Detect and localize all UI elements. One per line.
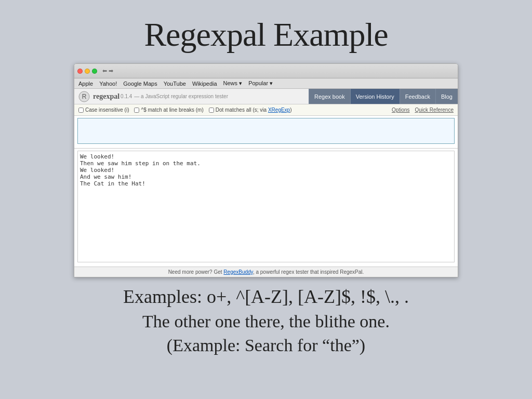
quick-reference-link[interactable]: Quick Reference (415, 107, 454, 113)
case-insensitive-label: Case insensitive (i) (85, 107, 129, 113)
multiline-label: ^$ match at line breaks (m) (141, 107, 203, 113)
footer-suffix: , a powerful regex tester that inspired … (253, 269, 364, 275)
text-area-container: We looked! Then we saw him step in on th… (74, 149, 458, 267)
multiline-option[interactable]: ^$ match at line breaks (m) (134, 107, 203, 113)
slide-title: Regexpal Example (144, 16, 388, 54)
forward-icon[interactable]: ➡ (109, 68, 113, 74)
nav-feedback[interactable]: Feedback (400, 89, 435, 104)
nav-blog[interactable]: Blog (435, 89, 458, 104)
menu-popular[interactable]: Popular ▾ (248, 80, 273, 87)
dotall-label: Dot matches all (s; via XRegExp) (216, 107, 292, 113)
options-link[interactable]: Options (392, 107, 409, 113)
regexpal-header: R regexpal 0.1.4 — a JavaScript regular … (74, 89, 458, 104)
nav-version-history[interactable]: Version History (350, 89, 400, 104)
browser-chrome: ⬅ ➡ (74, 64, 458, 78)
slide-examples: Examples: o+, ^[A-Z], [A-Z]$, !$, \., . (123, 286, 409, 308)
regexpal-footer: Need more power? Get RegexBuddy, a power… (74, 267, 458, 277)
dotall-checkbox[interactable] (209, 108, 214, 113)
xregexp-link[interactable]: XRegExp (268, 107, 290, 113)
browser-menubar: Apple Yahoo! Google Maps YouTube Wikiped… (74, 78, 458, 89)
regexpal-nav: Regex book Version History Feedback Blog (309, 89, 458, 104)
case-insensitive-option[interactable]: Case insensitive (i) (78, 107, 129, 113)
minimize-button[interactable] (85, 69, 90, 74)
multiline-checkbox[interactable] (134, 108, 139, 113)
maximize-button[interactable] (92, 69, 97, 74)
regexpal-subtitle: — a JavaScript regular expression tester (134, 94, 228, 99)
options-right: Options Quick Reference (392, 107, 454, 113)
regex-input-area (74, 116, 458, 149)
browser-nav-icons: ⬅ ➡ (102, 68, 113, 74)
case-insensitive-checkbox[interactable] (78, 108, 84, 113)
menu-youtube[interactable]: YouTube (164, 81, 186, 87)
menu-news[interactable]: News ▾ (223, 80, 243, 87)
menu-yahoo[interactable]: Yahoo! (99, 81, 117, 87)
menu-googlemaps[interactable]: Google Maps (123, 81, 157, 87)
nav-regex-book[interactable]: Regex book (309, 89, 350, 104)
slide-description-2: (Example: Search for “the”) (167, 336, 365, 355)
regexpal-logo-icon: R (78, 91, 90, 102)
regexbuddy-link[interactable]: RegexBuddy (223, 269, 253, 275)
regex-input[interactable] (77, 118, 455, 144)
regexpal-logo-area: R regexpal 0.1.4 — a JavaScript regular … (74, 91, 309, 102)
footer-text: Need more power? Get (168, 269, 224, 275)
slide-description: The other one there, the blithe one. (142, 312, 390, 331)
dotall-option[interactable]: Dot matches all (s; via XRegExp) (209, 107, 292, 113)
svg-text:R: R (82, 93, 87, 100)
browser-window: ⬅ ➡ Apple Yahoo! Google Maps YouTube Wik… (74, 63, 458, 277)
options-bar: Case insensitive (i) ^$ match at line br… (74, 104, 458, 116)
back-icon[interactable]: ⬅ (102, 68, 107, 74)
regexpal-name: regexpal (93, 92, 119, 101)
menu-wikipedia[interactable]: Wikipedia (192, 81, 217, 87)
menu-apple[interactable]: Apple (78, 81, 93, 87)
text-area-content[interactable]: We looked! Then we saw him step in on th… (77, 151, 455, 262)
close-button[interactable] (77, 69, 83, 74)
regexpal-version: 0.1.4 (121, 94, 132, 99)
